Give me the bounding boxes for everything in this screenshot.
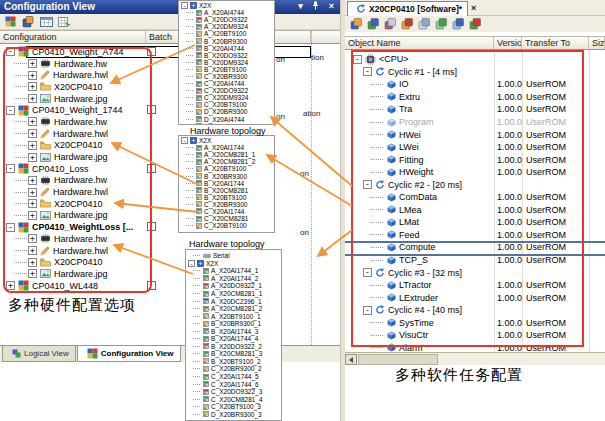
module-row[interactable]: A_X20DC2396_1 [188, 297, 281, 305]
config-row[interactable]: -CP0410_Weight_1744 [0, 104, 340, 116]
module-row[interactable]: A_X20AI1744 [181, 144, 274, 151]
module-row[interactable]: B_X20BR9300 [181, 172, 274, 179]
config-file-row[interactable]: +Hardware.hw [0, 175, 340, 187]
expand-expander-icon[interactable]: + [28, 176, 37, 185]
tab-configuration-view[interactable]: Configuration View [77, 346, 181, 362]
module-row[interactable]: B_X20DO9322_2 [188, 343, 281, 351]
scroll-left-button[interactable] [345, 354, 357, 365]
program-row[interactable]: SysTime1.00.0UserROM [345, 316, 605, 329]
config-row[interactable]: -CP0410_Weight_A744 [0, 46, 340, 58]
module-row[interactable]: A_X20DM9324 [181, 23, 274, 30]
pin-button[interactable] [309, 1, 322, 12]
cyclic-task-row[interactable]: -Cyclic #1 - [4 ms] [345, 66, 605, 79]
eraser-icon[interactable] [383, 18, 397, 31]
config-file-row[interactable]: +Hardware.jpg [0, 210, 340, 222]
tab-logical-view[interactable]: Logical View [2, 346, 76, 362]
module-row[interactable]: B_X20DO9322 [181, 52, 274, 59]
module-row[interactable]: C_X20DO9322_3 [188, 388, 281, 396]
module-row[interactable]: B_X20BR9300_1 [188, 320, 281, 328]
config-file-row[interactable]: +Hardware.jpg [0, 93, 340, 105]
module-row[interactable]: B_X20AI4744 [181, 45, 274, 52]
config-file-row[interactable]: +Hardware.jpg [0, 268, 340, 280]
collapse-expander-icon[interactable]: - [6, 223, 15, 232]
module-row[interactable]: C_X20CM8281_4 [188, 395, 281, 403]
collapse-expander-icon[interactable]: - [363, 180, 372, 189]
expand-expander-icon[interactable]: + [28, 59, 37, 68]
program-row[interactable]: LWei1.00.0UserROM [345, 141, 605, 154]
module-row[interactable]: B_X20AI1744 [181, 180, 274, 187]
collapse-expander-icon[interactable]: - [181, 2, 188, 9]
module-row[interactable]: B_X20BT9100 [181, 66, 274, 73]
expand-expander-icon[interactable]: + [6, 281, 15, 290]
table-view-icon[interactable] [39, 15, 53, 28]
module-row[interactable]: B_X20AI1744_4 [188, 335, 281, 343]
module-row[interactable]: B_X20AI1744_3 [188, 327, 281, 335]
module-row[interactable]: C_X20BT9100 [181, 101, 274, 108]
rebuild-icon[interactable] [468, 18, 482, 31]
x2x-root-row[interactable]: -X2X [188, 260, 281, 268]
module-row[interactable]: C_X20AI1744_6 [188, 380, 281, 388]
expand-expander-icon[interactable]: + [28, 269, 37, 278]
expand-expander-icon[interactable]: + [28, 94, 37, 103]
expand-expander-icon[interactable]: + [28, 71, 37, 80]
software-tab[interactable]: X20CP0410 [Software]* [347, 1, 468, 16]
expand-expander-icon[interactable]: + [28, 117, 37, 126]
collapse-expander-icon[interactable]: - [363, 268, 372, 277]
expand-expander-icon[interactable]: + [28, 129, 37, 138]
config-file-row[interactable]: +Hardware.hw [0, 233, 340, 245]
module-row[interactable]: A_X20BT9100 [181, 165, 274, 172]
module-row[interactable]: A_X20CM8281_1 [181, 151, 274, 158]
module-row[interactable]: C_X20AI4744 [181, 80, 274, 87]
module-row[interactable]: A_X20BT9100 [181, 30, 274, 37]
config-row[interactable]: -CP0410_Loss [0, 163, 340, 175]
config-file-row[interactable]: +Hardware.hwl [0, 128, 340, 140]
module-row[interactable]: A_X20BT9100_1 [188, 312, 281, 320]
delete-object-icon[interactable] [400, 18, 414, 31]
batch-checkbox[interactable] [147, 47, 156, 56]
expand-expander-icon[interactable]: + [28, 234, 37, 243]
module-row[interactable]: A_X20DO9322_1 [188, 282, 281, 290]
module-row[interactable]: B_X20CM8281_3 [188, 350, 281, 358]
config-file-row[interactable]: +Hardware.hwl [0, 186, 340, 198]
config-file-row[interactable]: +Hardware.hwl [0, 69, 340, 81]
cpu-row[interactable]: -<CPU> [345, 53, 605, 66]
module-row[interactable]: D_X20BR9300 [181, 108, 274, 115]
program-row[interactable]: HWei1.00.0UserROM [345, 128, 605, 141]
module-row[interactable]: C_X20DM9324 [181, 94, 274, 101]
module-row[interactable]: C_X20DO9322 [181, 87, 274, 94]
program-row[interactable]: LMea1.00.0UserROM [345, 204, 605, 217]
config-file-row[interactable]: +Hardware.jpg [0, 151, 340, 163]
configurations-icon[interactable] [3, 15, 17, 28]
program-row[interactable]: Tra1.00.0UserROM [345, 103, 605, 116]
cyclic-task-row[interactable]: -Cyclic #4 - [40 ms] [345, 304, 605, 317]
expand-expander-icon[interactable]: + [28, 188, 37, 197]
batch-checkbox[interactable] [147, 105, 156, 114]
clean-icon[interactable] [417, 18, 431, 31]
batch-checkbox[interactable] [147, 222, 156, 231]
module-row[interactable]: A_X20CM8281_1 [188, 290, 281, 298]
module-row[interactable]: A_X20AI1744_2 [188, 275, 281, 283]
build-icon[interactable] [434, 18, 448, 31]
config-file-row[interactable]: +Hardware.hwl [0, 245, 340, 257]
collapse-expander-icon[interactable]: - [353, 55, 362, 64]
tab-close-icon[interactable]: × [471, 3, 476, 13]
x2x-root-row[interactable]: -X2X [181, 137, 274, 144]
module-row[interactable]: A_X20AI4744 [181, 9, 274, 16]
program-row[interactable]: LExtruder1.00.0UserROM [345, 291, 605, 304]
expand-expander-icon[interactable]: + [28, 82, 37, 91]
insert-object-icon[interactable] [366, 18, 380, 31]
config-file-row[interactable]: +Hardware.hw [0, 116, 340, 128]
module-row[interactable]: C_X20CM8281 [181, 215, 274, 222]
expand-expander-icon[interactable]: + [28, 199, 37, 208]
program-row[interactable]: Extru1.00.0UserROM [345, 91, 605, 104]
module-row[interactable]: A_X20CM8281_2 [188, 305, 281, 313]
module-row[interactable]: C_X20AI1744 [181, 208, 274, 215]
new-object-icon[interactable] [349, 18, 363, 31]
collapse-expander-icon[interactable]: - [6, 106, 15, 115]
collapse-expander-icon[interactable]: - [6, 47, 15, 56]
module-row[interactable]: B_X20BR9300 [181, 37, 274, 44]
collapse-expander-icon[interactable]: - [6, 164, 15, 173]
module-row[interactable]: D_X20AI4744 [181, 116, 274, 123]
program-row[interactable]: Fitting1.00.0UserROM [345, 153, 605, 166]
module-row[interactable]: B_X20BT9100 [181, 194, 274, 201]
